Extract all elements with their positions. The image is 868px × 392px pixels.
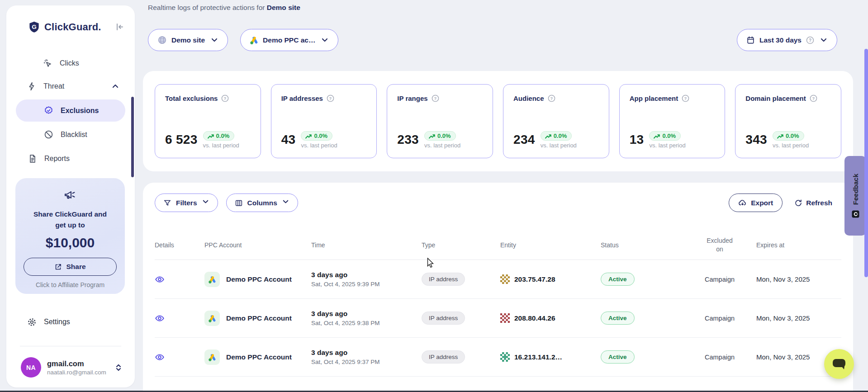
- row-time-absolute: Sat, Oct 4, 2025 9:37 PM: [311, 359, 422, 365]
- stat-label: Audience: [513, 94, 544, 102]
- row-excluded-on: Campaign: [705, 276, 735, 283]
- trend-up-icon: [207, 133, 214, 139]
- megaphone-icon: [63, 189, 77, 203]
- col-time: Time: [311, 241, 422, 249]
- feedback-tab[interactable]: Feedback: [844, 156, 866, 236]
- help-icon: [806, 36, 814, 44]
- help-icon[interactable]: [432, 94, 439, 102]
- row-type-badge: IP address: [422, 273, 465, 286]
- brand-name: ClickGuard.: [44, 21, 111, 33]
- stat-card-total-exclusions: Total exclusions 6 523 0.0% vs. last per…: [155, 84, 261, 158]
- row-expires-at: Mon, Nov 3, 2025: [749, 314, 841, 322]
- refresh-button[interactable]: Refresh: [794, 199, 841, 207]
- page-title-site: Demo site: [267, 4, 300, 11]
- chevron-down-icon: [202, 198, 209, 208]
- row-entity: 208.80.44.26: [514, 314, 555, 322]
- ppc-account-selector[interactable]: Demo PPC ac…: [240, 29, 338, 51]
- sidebar-item-settings[interactable]: Settings: [6, 311, 135, 333]
- help-icon[interactable]: [221, 94, 229, 102]
- chevron-up-icon[interactable]: [111, 82, 119, 90]
- account-switcher[interactable]: NA gmail.com naatali.ro@gmail.com: [6, 357, 135, 378]
- view-details-eye-icon[interactable]: [155, 313, 165, 323]
- stat-value: 343: [745, 133, 767, 149]
- view-details-eye-icon[interactable]: [155, 274, 165, 284]
- stat-value: 43: [281, 133, 296, 149]
- sidebar-scrollbar[interactable]: [131, 97, 134, 177]
- row-excluded-on: Campaign: [705, 354, 735, 361]
- help-icon[interactable]: [810, 94, 817, 102]
- sidebar-collapse-icon[interactable]: [115, 23, 124, 31]
- col-type: Type: [422, 241, 500, 249]
- ip-identicon: [500, 313, 510, 323]
- export-button[interactable]: Export: [729, 194, 783, 212]
- table-row[interactable]: Demo PPC Account 3 days agoSat, Oct 4, 2…: [155, 260, 841, 299]
- divider: [20, 346, 121, 346]
- user-name: gmail.com: [47, 359, 109, 368]
- row-account: Demo PPC Account: [226, 353, 292, 361]
- calendar-icon: [746, 36, 755, 44]
- help-icon[interactable]: [682, 94, 689, 102]
- view-details-eye-icon[interactable]: [155, 352, 165, 362]
- sidebar-item-threat[interactable]: Threat: [6, 75, 135, 98]
- columns-button[interactable]: Columns: [226, 194, 298, 212]
- row-status-badge: Active: [601, 273, 635, 286]
- table-row[interactable]: 3 days ago: [155, 377, 841, 392]
- funnel-icon: [163, 199, 171, 207]
- sidebar-item-clicks[interactable]: Clicks: [6, 52, 135, 75]
- chevron-down-icon: [282, 198, 289, 208]
- help-icon[interactable]: [548, 94, 555, 102]
- chat-launcher-button[interactable]: [824, 349, 854, 379]
- stat-delta-badge: 0.0%: [541, 131, 572, 141]
- select-chevrons-icon: [115, 363, 122, 372]
- google-ads-icon: [204, 311, 220, 326]
- google-ads-icon: [204, 349, 220, 365]
- sidebar-item-label: Settings: [44, 318, 70, 326]
- google-ads-icon: [204, 272, 220, 287]
- sidebar-item-exclusions[interactable]: Exclusions: [16, 99, 125, 122]
- stat-card-ip-addresses: IP addresses 43 0.0% vs. last period: [271, 84, 377, 158]
- promo-line2: get up to: [33, 220, 107, 231]
- trend-up-icon: [653, 133, 660, 139]
- chevron-down-icon: [820, 36, 828, 44]
- sidebar-item-reports[interactable]: Reports: [6, 147, 135, 170]
- date-range-selector[interactable]: Last 30 days: [737, 29, 837, 51]
- date-range-value: Last 30 days: [759, 36, 802, 44]
- table-header: Details PPC Account Time Type Entity Sta…: [155, 230, 841, 260]
- external-link-icon: [54, 263, 62, 271]
- affiliate-promo-card[interactable]: Share ClickGuard and get up to $10,000 S…: [15, 178, 125, 294]
- context-selectors: Demo site Demo PPC ac…: [148, 29, 338, 51]
- row-status-badge: Active: [601, 350, 635, 364]
- refresh-icon: [794, 199, 802, 207]
- row-time-relative: 3 days ago: [311, 310, 422, 318]
- sidebar-item-blacklist[interactable]: Blacklist: [16, 123, 125, 146]
- stats-panel: Total exclusions 6 523 0.0% vs. last per…: [143, 71, 853, 171]
- share-button[interactable]: Share: [24, 258, 117, 276]
- stat-value: 234: [513, 133, 535, 149]
- affiliate-caption: Click to Affiliate Program: [36, 281, 104, 288]
- site-selector[interactable]: Demo site: [148, 29, 228, 51]
- columns-icon: [235, 199, 243, 207]
- user-email: naatali.ro@gmail.com: [47, 369, 109, 376]
- columns-label: Columns: [247, 199, 277, 207]
- share-label: Share: [66, 263, 85, 271]
- stat-label: IP addresses: [281, 94, 323, 102]
- clickguard-dashboard: G ClickGuard. Clicks Threat: [0, 0, 868, 392]
- stat-caption: vs. last period: [541, 142, 577, 149]
- brand: G ClickGuard.: [6, 5, 135, 33]
- page-scrollbar[interactable]: [864, 49, 868, 277]
- lightning-icon: [27, 82, 36, 91]
- table-row[interactable]: Demo PPC Account 3 days agoSat, Oct 4, 2…: [155, 299, 841, 338]
- globe-icon: [157, 35, 167, 45]
- feedback-logo-icon: [852, 210, 859, 218]
- clickguard-logo-icon: G: [28, 21, 40, 33]
- row-time-absolute: Sat, Oct 4, 2025 9:39 PM: [311, 281, 422, 288]
- col-ppc-account: PPC Account: [204, 241, 311, 249]
- table-row[interactable]: Demo PPC Account 3 days agoSat, Oct 4, 2…: [155, 338, 841, 377]
- filters-button[interactable]: Filters: [155, 194, 218, 212]
- site-selector-value: Demo site: [171, 36, 205, 44]
- chat-bubble-icon: [832, 358, 846, 370]
- trend-up-icon: [305, 133, 312, 139]
- row-excluded-on: Campaign: [705, 315, 735, 322]
- ip-identicon: [500, 274, 510, 284]
- help-icon[interactable]: [327, 94, 334, 102]
